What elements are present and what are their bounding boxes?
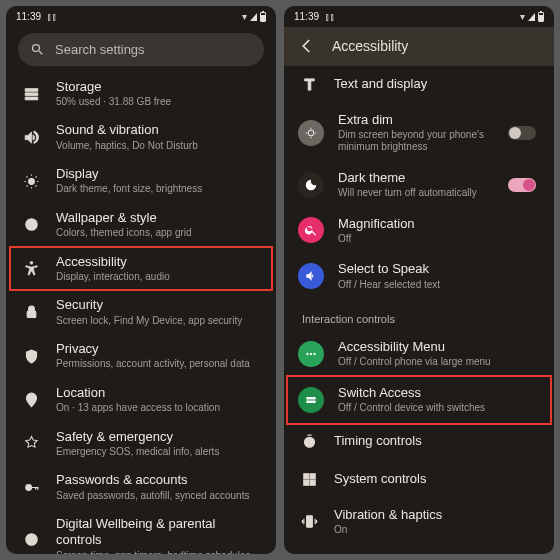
back-icon[interactable] (298, 37, 316, 55)
vibration-icon (298, 510, 320, 532)
a11y-item-magnify[interactable]: MagnificationOff (288, 208, 550, 254)
settings-item-wallpaper[interactable]: Wallpaper & styleColors, themed icons, a… (10, 203, 272, 247)
svg-point-7 (29, 397, 32, 400)
status-icon: ⫿⫿ (47, 11, 57, 22)
item-title: Switch Access (338, 385, 540, 401)
settings-item-storage[interactable]: Storage50% used · 31.88 GB free (10, 72, 272, 116)
settings-item-security[interactable]: SecurityScreen lock, Find My Device, app… (10, 290, 272, 334)
settings-item-location[interactable]: LocationOn · 13 apps have access to loca… (10, 378, 272, 422)
item-subtitle: On · 13 apps have access to location (56, 402, 262, 415)
settings-main-screen: 11:39 ⫿⫿ ▾ Search settings Storage50% us… (6, 6, 276, 554)
item-subtitle: Off / Control phone via large menu (338, 356, 540, 369)
svg-point-8 (25, 484, 31, 490)
status-icon: ⫿⫿ (325, 11, 335, 22)
item-subtitle: 50% used · 31.88 GB free (56, 96, 262, 109)
item-title: Timing controls (334, 433, 540, 449)
item-title: Text and display (334, 76, 540, 92)
svg-point-5 (30, 261, 33, 264)
item-title: Passwords & accounts (56, 472, 262, 488)
a11y-item-timing[interactable]: Timing controls (288, 423, 550, 461)
item-subtitle: Dark theme, font size, brightness (56, 183, 262, 196)
svg-point-1 (25, 219, 36, 230)
a11y-item-system[interactable]: System controls (288, 461, 550, 499)
a11y-item-speak[interactable]: Select to SpeakOff / Hear selected text (288, 253, 550, 299)
svg-rect-15 (303, 474, 308, 479)
privacy-icon (20, 345, 42, 367)
svg-point-10 (308, 130, 314, 136)
item-title: Accessibility Menu (338, 339, 540, 355)
settings-item-accessibility[interactable]: AccessibilityDisplay, interaction, audio (10, 247, 272, 291)
item-title: Extra dim (338, 112, 494, 128)
item-subtitle: Off / Control device with switches (338, 402, 540, 415)
item-subtitle: Permissions, account activity, personal … (56, 358, 262, 371)
item-subtitle: Off (338, 233, 540, 246)
toggle[interactable] (508, 126, 536, 140)
item-subtitle: Saved passwords, autofill, synced accoun… (56, 490, 262, 503)
a11y-item-dark[interactable]: Dark themeWill never turn off automatica… (288, 162, 550, 208)
safety-icon (20, 433, 42, 455)
battery-icon (260, 12, 266, 22)
item-title: Display (56, 166, 262, 182)
settings-item-wellbeing[interactable]: Digital Wellbeing & parental controlsScr… (10, 509, 272, 554)
item-title: Dark theme (338, 170, 494, 186)
item-subtitle: Screen lock, Find My Device, app securit… (56, 315, 262, 328)
item-title: Magnification (338, 216, 540, 232)
a11y-item-vibration[interactable]: Vibration & hapticsOn (288, 499, 550, 545)
a11y-item-dots[interactable]: Accessibility MenuOff / Control phone vi… (288, 331, 550, 377)
item-subtitle: Volume, haptics, Do Not Disturb (56, 140, 262, 153)
sound-icon (20, 126, 42, 148)
svg-rect-17 (303, 480, 308, 485)
item-title: Vibration & haptics (334, 507, 540, 523)
app-bar: Accessibility (284, 27, 554, 65)
item-subtitle: Dim screen beyond your phone's minimum b… (338, 129, 494, 154)
a11y-item-extradim[interactable]: Extra dimDim screen beyond your phone's … (288, 104, 550, 162)
settings-item-privacy[interactable]: PrivacyPermissions, account activity, pe… (10, 334, 272, 378)
accessibility-icon (20, 258, 42, 280)
svg-point-12 (310, 353, 312, 355)
svg-rect-18 (310, 480, 315, 485)
svg-point-13 (313, 353, 315, 355)
display-icon (20, 170, 42, 192)
status-time: 11:39 (16, 11, 41, 22)
search-icon (30, 42, 45, 57)
item-title: Select to Speak (338, 261, 540, 277)
settings-item-passwords[interactable]: Passwords & accountsSaved passwords, aut… (10, 465, 272, 509)
svg-point-3 (32, 222, 34, 224)
item-subtitle: On (334, 524, 540, 537)
item-subtitle: Display, interaction, audio (56, 271, 262, 284)
item-title: Wallpaper & style (56, 210, 262, 226)
a11y-item-switch[interactable]: Switch AccessOff / Control device with s… (288, 377, 550, 423)
svg-point-2 (28, 222, 30, 224)
battery-icon (538, 12, 544, 22)
switch-icon (298, 387, 324, 413)
status-time: 11:39 (294, 11, 319, 22)
toggle[interactable] (508, 178, 536, 192)
settings-item-safety[interactable]: Safety & emergencyEmergency SOS, medical… (10, 422, 272, 466)
wellbeing-icon (20, 528, 42, 550)
extradim-icon (298, 120, 324, 146)
wifi-icon: ▾ (520, 11, 525, 22)
appbar-title: Accessibility (332, 38, 408, 54)
settings-item-sound[interactable]: Sound & vibrationVolume, haptics, Do Not… (10, 115, 272, 159)
section-interaction-controls: Interaction controls (288, 299, 550, 331)
wallpaper-icon (20, 214, 42, 236)
item-subtitle: Will never turn off automatically (338, 187, 494, 200)
settings-item-display[interactable]: DisplayDark theme, font size, brightness (10, 159, 272, 203)
status-bar: 11:39 ⫿⫿ ▾ (6, 6, 276, 27)
item-title: Location (56, 385, 262, 401)
item-subtitle: Colors, themed icons, app grid (56, 227, 262, 240)
security-icon (20, 301, 42, 323)
storage-icon (20, 83, 42, 105)
item-title: Safety & emergency (56, 429, 262, 445)
svg-rect-19 (306, 516, 312, 527)
item-title: Sound & vibration (56, 122, 262, 138)
timing-icon (298, 431, 320, 453)
dark-icon (298, 172, 324, 198)
a11y-item-text[interactable]: Text and display (288, 66, 550, 104)
item-subtitle: Screen time, app timers, bedtime schedul… (56, 550, 262, 554)
item-title: Storage (56, 79, 262, 95)
search-settings-input[interactable]: Search settings (18, 33, 264, 66)
dots-icon (298, 341, 324, 367)
item-title: Security (56, 297, 262, 313)
item-subtitle: Emergency SOS, medical info, alerts (56, 446, 262, 459)
